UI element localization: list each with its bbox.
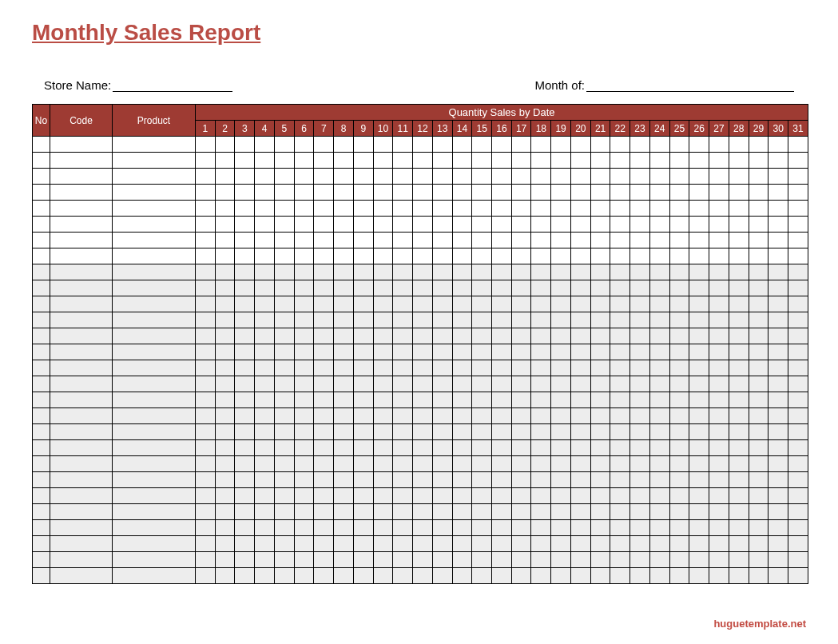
cell-code[interactable] — [50, 280, 113, 296]
cell-day[interactable] — [353, 312, 373, 328]
cell-day[interactable] — [689, 185, 709, 201]
cell-day[interactable] — [393, 201, 413, 217]
cell-day[interactable] — [492, 312, 512, 328]
cell-day[interactable] — [314, 312, 334, 328]
cell-no[interactable] — [33, 201, 50, 217]
cell-day[interactable] — [669, 360, 689, 376]
cell-day[interactable] — [630, 217, 650, 233]
cell-day[interactable] — [196, 536, 216, 552]
cell-code[interactable] — [50, 248, 113, 264]
cell-day[interactable] — [373, 280, 393, 296]
cell-day[interactable] — [551, 280, 571, 296]
cell-day[interactable] — [729, 248, 749, 264]
cell-day[interactable] — [788, 376, 808, 392]
cell-day[interactable] — [590, 233, 610, 248]
cell-day[interactable] — [373, 376, 393, 392]
cell-day[interactable] — [472, 264, 492, 280]
cell-day[interactable] — [590, 456, 610, 472]
cell-day[interactable] — [669, 344, 689, 360]
cell-day[interactable] — [432, 552, 452, 568]
cell-day[interactable] — [393, 536, 413, 552]
cell-day[interactable] — [492, 488, 512, 504]
cell-day[interactable] — [590, 201, 610, 217]
cell-day[interactable] — [610, 185, 630, 201]
cell-day[interactable] — [610, 488, 630, 504]
cell-day[interactable] — [729, 233, 749, 248]
cell-day[interactable] — [196, 504, 216, 520]
cell-day[interactable] — [709, 408, 729, 424]
cell-day[interactable] — [235, 520, 255, 536]
cell-day[interactable] — [452, 472, 472, 488]
cell-day[interactable] — [235, 488, 255, 504]
cell-no[interactable] — [33, 440, 50, 456]
cell-day[interactable] — [729, 201, 749, 217]
cell-product[interactable] — [113, 296, 196, 312]
cell-product[interactable] — [113, 153, 196, 169]
cell-day[interactable] — [274, 280, 294, 296]
cell-day[interactable] — [413, 264, 433, 280]
cell-day[interactable] — [334, 408, 354, 424]
cell-day[interactable] — [432, 296, 452, 312]
cell-day[interactable] — [649, 344, 669, 360]
cell-day[interactable] — [413, 568, 433, 584]
cell-day[interactable] — [353, 296, 373, 312]
cell-day[interactable] — [749, 201, 768, 217]
cell-day[interactable] — [531, 440, 551, 456]
cell-day[interactable] — [709, 153, 729, 169]
cell-day[interactable] — [452, 456, 472, 472]
cell-day[interactable] — [610, 137, 630, 153]
cell-day[interactable] — [669, 312, 689, 328]
cell-day[interactable] — [294, 536, 314, 552]
cell-day[interactable] — [196, 248, 216, 264]
cell-day[interactable] — [709, 201, 729, 217]
cell-day[interactable] — [196, 472, 216, 488]
cell-day[interactable] — [274, 344, 294, 360]
cell-day[interactable] — [393, 233, 413, 248]
cell-day[interactable] — [610, 360, 630, 376]
cell-day[interactable] — [472, 488, 492, 504]
cell-day[interactable] — [709, 456, 729, 472]
cell-day[interactable] — [649, 169, 669, 185]
cell-day[interactable] — [334, 248, 354, 264]
cell-day[interactable] — [413, 408, 433, 424]
cell-day[interactable] — [235, 217, 255, 233]
cell-day[interactable] — [768, 344, 788, 360]
cell-day[interactable] — [570, 408, 590, 424]
cell-day[interactable] — [472, 392, 492, 408]
cell-day[interactable] — [373, 504, 393, 520]
cell-no[interactable] — [33, 456, 50, 472]
cell-no[interactable] — [33, 185, 50, 201]
cell-day[interactable] — [788, 169, 808, 185]
cell-day[interactable] — [452, 153, 472, 169]
cell-day[interactable] — [511, 536, 531, 552]
cell-day[interactable] — [669, 520, 689, 536]
cell-day[interactable] — [570, 248, 590, 264]
cell-day[interactable] — [551, 217, 571, 233]
cell-code[interactable] — [50, 456, 113, 472]
cell-day[interactable] — [649, 424, 669, 440]
cell-day[interactable] — [353, 536, 373, 552]
cell-day[interactable] — [709, 248, 729, 264]
cell-day[interactable] — [196, 280, 216, 296]
cell-day[interactable] — [511, 344, 531, 360]
cell-day[interactable] — [649, 408, 669, 424]
cell-day[interactable] — [472, 201, 492, 217]
cell-day[interactable] — [314, 424, 334, 440]
cell-day[interactable] — [472, 520, 492, 536]
cell-day[interactable] — [511, 376, 531, 392]
cell-day[interactable] — [196, 312, 216, 328]
cell-day[interactable] — [729, 185, 749, 201]
cell-day[interactable] — [610, 504, 630, 520]
cell-day[interactable] — [749, 568, 768, 584]
cell-day[interactable] — [235, 312, 255, 328]
cell-day[interactable] — [649, 137, 669, 153]
cell-day[interactable] — [314, 185, 334, 201]
cell-day[interactable] — [235, 504, 255, 520]
cell-day[interactable] — [590, 472, 610, 488]
cell-day[interactable] — [749, 504, 768, 520]
cell-day[interactable] — [492, 233, 512, 248]
cell-day[interactable] — [729, 344, 749, 360]
cell-code[interactable] — [50, 201, 113, 217]
cell-code[interactable] — [50, 424, 113, 440]
cell-day[interactable] — [373, 264, 393, 280]
